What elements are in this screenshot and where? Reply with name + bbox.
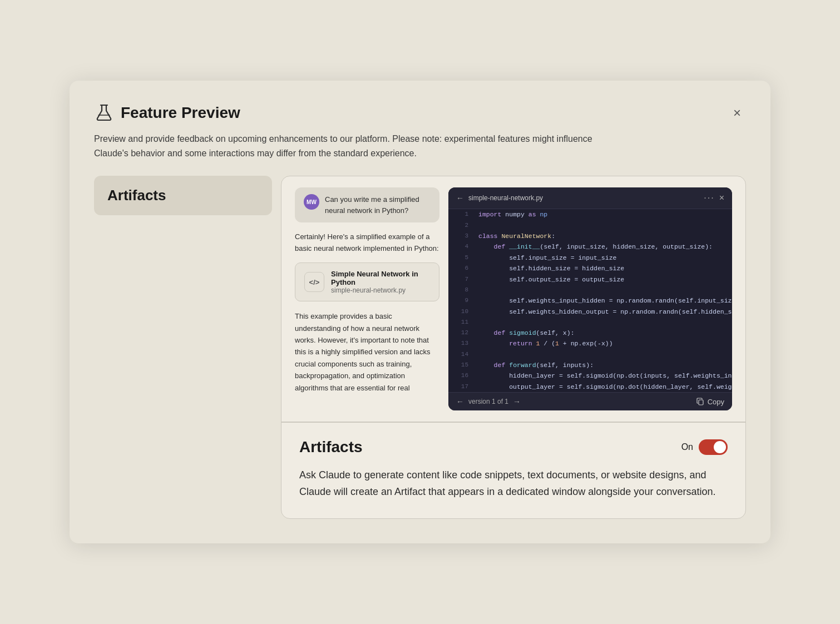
toggle-group: On [681, 439, 728, 455]
code-header-right: ··· × [704, 193, 724, 203]
flask-icon [94, 103, 114, 123]
copy-icon [696, 398, 704, 405]
modal-subtitle: Preview and provide feedback on upcoming… [94, 132, 628, 160]
close-button[interactable]: × [728, 104, 746, 122]
prev-version-button[interactable]: ← [456, 397, 464, 406]
copy-label: Copy [708, 398, 724, 406]
code-line: 5 self.input_size = input_size [448, 252, 732, 264]
user-message: MW Can you write me a simplified neural … [295, 187, 439, 222]
code-line: 16 hidden_layer = self.sigmoid(np.dot(in… [448, 370, 732, 382]
title-group: Feature Preview [94, 103, 240, 123]
code-filename: simple-neural-network.py [468, 194, 543, 202]
code-line: 4 def __init__(self, input_size, hidden_… [448, 241, 732, 252]
code-line: 11 [448, 317, 732, 328]
sidebar: Artifacts [94, 176, 272, 518]
avatar: MW [304, 194, 319, 210]
svg-rect-0 [699, 400, 703, 405]
artifact-filename: simple-neural-network.py [331, 286, 430, 294]
user-message-text: Can you write me a simplified neural net… [325, 194, 431, 216]
code-line: 17 output_layer = self.sigmoid(np.dot(hi… [448, 382, 732, 393]
modal-header: Feature Preview × [94, 103, 746, 123]
sidebar-item-label: Artifacts [107, 187, 166, 204]
modal-overlay: Feature Preview × Preview and provide fe… [70, 81, 770, 543]
code-line: 9 self.weights_input_hidden = np.random.… [448, 295, 732, 306]
toggle-knob [714, 441, 726, 453]
code-line: 7 self.output_size = output_size [448, 274, 732, 285]
more-options-button[interactable]: ··· [704, 193, 714, 203]
version-nav: ← version 1 of 1 → [456, 397, 521, 406]
chat-left: MW Can you write me a simplified neural … [295, 187, 439, 410]
chat-demo: MW Can you write me a simplified neural … [281, 176, 745, 422]
code-line: 3class NeuralNetwork: [448, 231, 732, 242]
artifact-title: Simple Neural Network in Python [331, 270, 430, 286]
code-close-button[interactable]: × [719, 193, 724, 203]
feature-description: Ask Claude to generate content like code… [299, 467, 728, 500]
back-button[interactable]: ← [456, 194, 464, 202]
continuation-text: This example provides a basic understand… [295, 310, 439, 394]
modal-title: Feature Preview [121, 104, 240, 122]
code-line: 14 [448, 349, 732, 360]
artifact-icon: </> [304, 272, 324, 292]
code-line: 2 [448, 220, 732, 231]
code-body: 1import numpy as np 2 3class NeuralNetwo… [448, 209, 732, 392]
toggle-switch[interactable] [699, 439, 728, 455]
feature-section: Artifacts On Ask Claude to generate cont… [281, 422, 745, 518]
code-line: 8 [448, 285, 732, 295]
assistant-intro: Certainly! Here's a simplified example o… [295, 231, 439, 255]
artifact-card[interactable]: </> Simple Neural Network in Python simp… [295, 263, 439, 301]
next-version-button[interactable]: → [513, 397, 521, 406]
sidebar-item-artifacts[interactable]: Artifacts [94, 176, 272, 215]
code-line: 12 def sigmoid(self, x): [448, 328, 732, 339]
toggle-label: On [681, 442, 693, 452]
artifact-info: Simple Neural Network in Python simple-n… [331, 270, 430, 294]
code-line: 15 def forward(self, inputs): [448, 360, 732, 371]
code-header-left: ← simple-neural-network.py [456, 194, 543, 202]
version-label: version 1 of 1 [468, 398, 508, 405]
code-line: 10 self.weights_hidden_output = np.rando… [448, 306, 732, 318]
code-footer: ← version 1 of 1 → Copy [448, 392, 732, 410]
code-line: 1import numpy as np [448, 209, 732, 220]
feature-header: Artifacts On [299, 438, 728, 456]
code-header: ← simple-neural-network.py ··· × [448, 187, 732, 209]
code-line: 13 return 1 / (1 + np.exp(-x)) [448, 338, 732, 349]
code-line: 6 self.hidden_size = hidden_size [448, 263, 732, 274]
copy-button[interactable]: Copy [696, 398, 724, 406]
feature-title: Artifacts [299, 438, 363, 456]
code-panel: ← simple-neural-network.py ··· × 1import… [448, 187, 732, 410]
content-area: Artifacts MW Can you write me a simplifi… [94, 176, 746, 518]
